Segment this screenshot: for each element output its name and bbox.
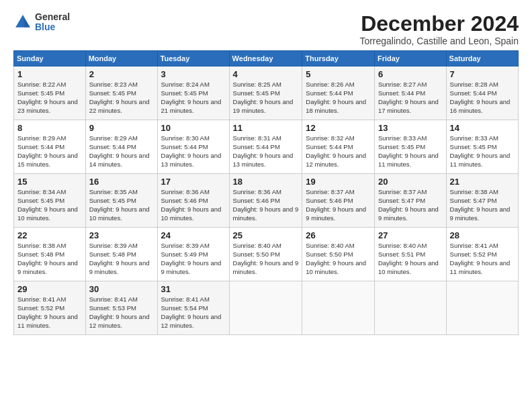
logo: General Blue (13, 12, 70, 33)
day-cell-30: 30 Sunrise: 8:41 AMSunset: 5:53 PMDaylig… (85, 281, 157, 335)
day-cell-14: 14 Sunrise: 8:33 AMSunset: 5:45 PMDaylig… (446, 120, 518, 174)
day-cell-20: 20 Sunrise: 8:37 AMSunset: 5:47 PMDaylig… (374, 174, 446, 228)
day-cell-9: 9 Sunrise: 8:29 AMSunset: 5:44 PMDayligh… (85, 120, 157, 174)
day-cell-17: 17 Sunrise: 8:36 AMSunset: 5:46 PMDaylig… (157, 174, 229, 228)
day-cell-1: 1 Sunrise: 8:22 AMSunset: 5:45 PMDayligh… (14, 66, 86, 120)
day-cell-21: 21 Sunrise: 8:38 AMSunset: 5:47 PMDaylig… (446, 174, 518, 228)
day-cell-18: 18 Sunrise: 8:36 AMSunset: 5:46 PMDaylig… (229, 174, 302, 228)
col-thursday: Thursday (302, 51, 375, 66)
col-wednesday: Wednesday (229, 51, 302, 66)
day-cell-12: 12 Sunrise: 8:32 AMSunset: 5:44 PMDaylig… (302, 120, 375, 174)
day-cell-5: 5 Sunrise: 8:26 AMSunset: 5:44 PMDayligh… (302, 66, 375, 120)
col-tuesday: Tuesday (157, 51, 229, 66)
logo-blue: Blue (35, 22, 70, 32)
table-row: 1 Sunrise: 8:22 AMSunset: 5:45 PMDayligh… (14, 66, 519, 120)
calendar-table: Sunday Monday Tuesday Wednesday Thursday… (13, 50, 519, 335)
table-row: 15 Sunrise: 8:34 AMSunset: 5:45 PMDaylig… (14, 174, 519, 228)
month-title: December 2024 (359, 12, 519, 36)
day-cell-28: 28 Sunrise: 8:41 AMSunset: 5:52 PMDaylig… (446, 228, 518, 281)
day-cell-22: 22 Sunrise: 8:38 AMSunset: 5:48 PMDaylig… (14, 228, 86, 281)
day-cell-31: 31 Sunrise: 8:41 AMSunset: 5:54 PMDaylig… (157, 281, 229, 335)
col-friday: Friday (374, 51, 446, 66)
logo-text: General Blue (35, 12, 70, 33)
day-cell-8: 8 Sunrise: 8:29 AMSunset: 5:44 PMDayligh… (14, 120, 86, 174)
col-saturday: Saturday (446, 51, 518, 66)
empty-cell (229, 281, 302, 335)
col-sunday: Sunday (14, 51, 86, 66)
empty-cell (374, 281, 446, 335)
day-cell-4: 4 Sunrise: 8:25 AMSunset: 5:45 PMDayligh… (229, 66, 302, 120)
day-cell-23: 23 Sunrise: 8:39 AMSunset: 5:48 PMDaylig… (85, 228, 157, 281)
day-cell-2: 2 Sunrise: 8:23 AMSunset: 5:45 PMDayligh… (85, 66, 157, 120)
day-cell-13: 13 Sunrise: 8:33 AMSunset: 5:45 PMDaylig… (374, 120, 446, 174)
day-cell-26: 26 Sunrise: 8:40 AMSunset: 5:50 PMDaylig… (302, 228, 375, 281)
day-cell-29: 29 Sunrise: 8:41 AMSunset: 5:52 PMDaylig… (14, 281, 86, 335)
logo-icon (13, 13, 32, 32)
day-cell-19: 19 Sunrise: 8:37 AMSunset: 5:46 PMDaylig… (302, 174, 375, 228)
day-cell-16: 16 Sunrise: 8:35 AMSunset: 5:45 PMDaylig… (85, 174, 157, 228)
empty-cell (446, 281, 518, 335)
header: General Blue December 2024 Torregalindo,… (13, 12, 519, 46)
day-cell-25: 25 Sunrise: 8:40 AMSunset: 5:50 PMDaylig… (229, 228, 302, 281)
day-cell-11: 11 Sunrise: 8:31 AMSunset: 5:44 PMDaylig… (229, 120, 302, 174)
table-row: 29 Sunrise: 8:41 AMSunset: 5:52 PMDaylig… (14, 281, 519, 335)
empty-cell (302, 281, 375, 335)
col-monday: Monday (85, 51, 157, 66)
table-row: 8 Sunrise: 8:29 AMSunset: 5:44 PMDayligh… (14, 120, 519, 174)
day-cell-10: 10 Sunrise: 8:30 AMSunset: 5:44 PMDaylig… (157, 120, 229, 174)
day-cell-7: 7 Sunrise: 8:28 AMSunset: 5:44 PMDayligh… (446, 66, 518, 120)
day-cell-6: 6 Sunrise: 8:27 AMSunset: 5:44 PMDayligh… (374, 66, 446, 120)
title-block: December 2024 Torregalindo, Castille and… (359, 12, 519, 46)
location: Torregalindo, Castille and Leon, Spain (359, 36, 519, 46)
page: General Blue December 2024 Torregalindo,… (0, 0, 532, 342)
header-row: Sunday Monday Tuesday Wednesday Thursday… (14, 51, 519, 66)
day-cell-24: 24 Sunrise: 8:39 AMSunset: 5:49 PMDaylig… (157, 228, 229, 281)
table-row: 22 Sunrise: 8:38 AMSunset: 5:48 PMDaylig… (14, 228, 519, 281)
logo-general: General (35, 12, 70, 22)
day-cell-3: 3 Sunrise: 8:24 AMSunset: 5:45 PMDayligh… (157, 66, 229, 120)
day-cell-15: 15 Sunrise: 8:34 AMSunset: 5:45 PMDaylig… (14, 174, 86, 228)
day-cell-27: 27 Sunrise: 8:40 AMSunset: 5:51 PMDaylig… (374, 228, 446, 281)
